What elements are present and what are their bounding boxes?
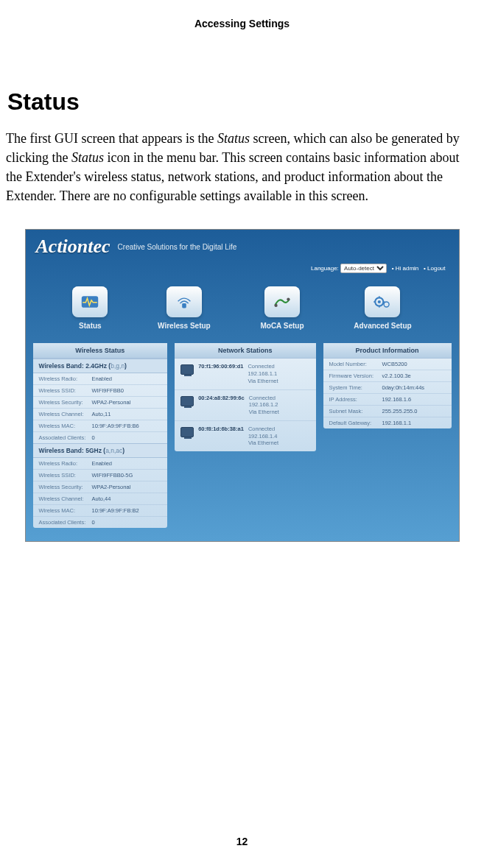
- kv-key: Wireless Security:: [39, 484, 92, 490]
- kv-key: Wireless Channel:: [39, 495, 92, 502]
- kv-value: Auto,44: [92, 495, 111, 502]
- nav-status[interactable]: Status: [72, 286, 108, 330]
- kv-key: Wireless MAC:: [39, 423, 92, 429]
- kv-row: Wireless Channel:Auto,11: [33, 409, 168, 420]
- topbar-right: Language: Auto-detect • Hi admin • Logou…: [26, 261, 459, 280]
- language-label: Language: [311, 265, 337, 272]
- kv-row: Wireless MAC:10:9F:A9:9F:FB:B6: [33, 420, 168, 432]
- kv-key: Wireless Radio:: [39, 460, 92, 467]
- computer-icon: [180, 364, 194, 375]
- kv-row: Wireless Radio:Enabled: [33, 458, 168, 470]
- kv-key: Wireless SSID:: [39, 387, 92, 394]
- kv-row: System Time:0day:0h:14m:44s: [323, 382, 452, 394]
- kv-value: Enabled: [92, 460, 113, 467]
- kv-value: WCB5200: [382, 361, 407, 367]
- station-ip: 192.168.1.4: [248, 433, 278, 440]
- kv-key: Wireless SSID:: [39, 472, 92, 479]
- station-via: Via Ethernet: [248, 378, 278, 385]
- station-status: Connected: [248, 426, 278, 433]
- kv-key: Wireless Channel:: [39, 411, 92, 417]
- para-italic: Status: [217, 131, 250, 146]
- language-select[interactable]: Auto-detect: [340, 264, 387, 273]
- nav-moca[interactable]: MoCA Setup: [260, 286, 304, 330]
- station-via: Via Ethernet: [249, 409, 279, 416]
- kv-key: Associated Clients:: [39, 519, 92, 526]
- station-text: 70:f1:96:00:69:d1: [198, 363, 243, 370]
- station-info-col: Connected192.168.1.1Via Ethernet: [248, 363, 278, 384]
- brand-tagline: Creative Solutions for the Digital Life: [118, 243, 237, 251]
- kv-row: Default Gateway:192.168.1.1: [323, 417, 452, 428]
- nav-label: Status: [79, 322, 102, 330]
- station-status: Connected: [248, 363, 278, 370]
- brand-logo: Actiontec: [36, 236, 111, 258]
- network-stations-panel: Network Stations 70:f1:96:00:69:d1Connec…: [175, 343, 315, 451]
- nav-label: Wireless Setup: [158, 322, 211, 330]
- advanced-icon: [365, 286, 400, 317]
- kv-row: Firmware Version:v2.2.100.3e: [323, 370, 452, 382]
- para-italic: Status: [71, 150, 104, 165]
- gui-screenshot: Actiontec Creative Solutions for the Dig…: [25, 229, 460, 542]
- kv-value: 192.168.1.1: [382, 420, 412, 426]
- kv-value: v2.2.100.3e: [382, 373, 411, 379]
- kv-key: Default Gateway:: [329, 420, 382, 426]
- station-ip: 192.168.1.2: [249, 401, 279, 409]
- band-24-rows: Wireless Radio:EnabledWireless SSID:WIFI…: [33, 373, 168, 443]
- station-text: 00:24:a8:82:99:6c: [198, 395, 245, 401]
- computer-icon: [180, 396, 194, 406]
- band-5-header: Wireless Band: 5GHz (a,n,ac): [33, 443, 168, 458]
- kv-value: Auto,11: [92, 411, 111, 417]
- page-header: Accessing Settings: [0, 0, 484, 29]
- station-via: Via Ethernet: [248, 440, 278, 447]
- station-ip: 192.168.1.1: [248, 370, 278, 378]
- kv-row: IP Address:192.168.1.6: [323, 394, 452, 406]
- station-row: 70:f1:96:00:69:d1Connected192.168.1.1Via…: [175, 359, 315, 389]
- kv-row: Wireless Security:WPA2-Personal: [33, 481, 168, 493]
- kv-key: Wireless MAC:: [39, 507, 92, 514]
- kv-key: Subnet Mask:: [329, 408, 382, 414]
- kv-row: Associated Clients:0: [33, 517, 168, 528]
- band-label: Wireless Band: 5GHz (: [39, 447, 106, 454]
- status-icon: [72, 286, 108, 317]
- panel-header: Wireless Status: [33, 343, 168, 359]
- product-rows: Model Number:WCB5200Firmware Version:v2.…: [323, 359, 452, 428]
- kv-value: 0day:0h:14m:44s: [382, 384, 425, 391]
- product-info-panel: Product Information Model Number:WCB5200…: [323, 343, 452, 428]
- kv-row: Associated Clients:0: [33, 432, 168, 443]
- kv-value: 0: [92, 434, 95, 441]
- band-modes: a,n,ac: [105, 447, 122, 454]
- para-text: The first GUI screen that appears is the: [6, 131, 217, 146]
- kv-row: Model Number:WCB5200: [323, 359, 452, 370]
- svg-point-2: [274, 304, 277, 307]
- kv-value: Enabled: [92, 375, 113, 382]
- panel-header: Network Stations: [175, 343, 315, 359]
- kv-value: WPA2-Personal: [92, 484, 131, 490]
- kv-key: Wireless Security:: [39, 399, 92, 406]
- nav-advanced[interactable]: Advanced Setup: [354, 286, 411, 330]
- svg-point-3: [287, 298, 290, 301]
- station-mac: 70:f1:96:00:69:d1: [198, 363, 243, 370]
- stations-list: 70:f1:96:00:69:d1Connected192.168.1.1Via…: [175, 359, 315, 451]
- svg-rect-1: [182, 303, 186, 308]
- nav-wireless[interactable]: Wireless Setup: [158, 286, 211, 330]
- page-number: 12: [0, 836, 484, 847]
- nav-label: MoCA Setup: [260, 322, 304, 330]
- station-info-col: Connected192.168.1.4Via Ethernet: [248, 426, 278, 447]
- wireless-icon: [166, 286, 202, 317]
- kv-key: Wireless Radio:: [39, 375, 92, 382]
- kv-value: 10:9F:A9:9F:FB:B6: [92, 423, 139, 429]
- band-label: Wireless Band: 2.4GHz (: [39, 362, 111, 370]
- band-24-header: Wireless Band: 2.4GHz (b,g,n): [33, 359, 168, 373]
- station-mac: 60:f8:1d:6b:38:a1: [198, 426, 244, 432]
- kv-key: Firmware Version:: [329, 373, 382, 379]
- nav-row: Status Wireless Setup MoCA Setup Advance…: [26, 280, 459, 343]
- kv-value: 255.255.255.0: [382, 408, 418, 414]
- band-close: ): [122, 447, 124, 454]
- svg-point-5: [378, 300, 381, 303]
- logout-link[interactable]: Logout: [427, 265, 445, 272]
- content-columns: Wireless Status Wireless Band: 2.4GHz (b…: [26, 343, 459, 541]
- body-paragraph: The first GUI screen that appears is the…: [6, 129, 478, 205]
- band-modes: b,g,n: [111, 362, 124, 370]
- greeting-text: Hi admin: [396, 265, 419, 272]
- kv-key: Associated Clients:: [39, 434, 92, 441]
- wireless-status-panel: Wireless Status Wireless Band: 2.4GHz (b…: [33, 343, 168, 528]
